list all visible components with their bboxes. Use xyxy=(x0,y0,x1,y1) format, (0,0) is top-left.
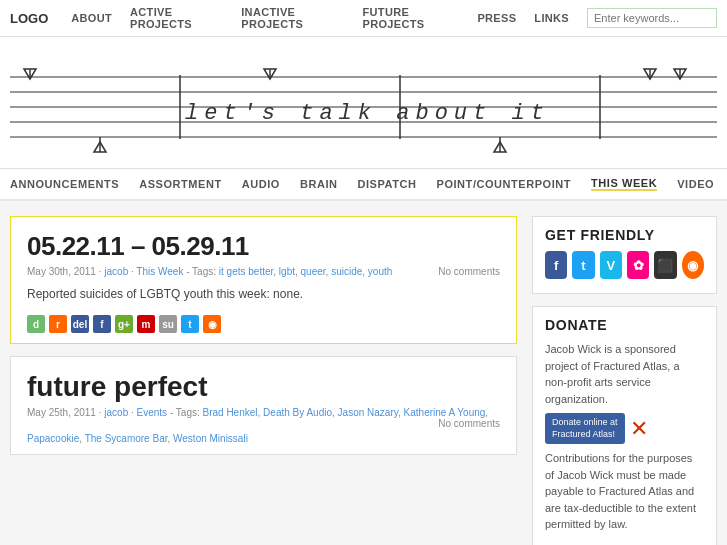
main-content: 05.22.11 – 05.29.11 May 30th, 2011 · jac… xyxy=(0,201,727,545)
post2-tag-4[interactable]: Katherine A Young xyxy=(404,407,486,418)
nav-future-projects[interactable]: FUTURE PROJECTS xyxy=(363,6,460,30)
post1-tag-3[interactable]: queer xyxy=(301,266,326,277)
post-card-1: 05.22.11 – 05.29.11 May 30th, 2011 · jac… xyxy=(10,216,517,344)
post2-meta: May 25th, 2011 · jacob · Events - Tags: … xyxy=(27,407,500,429)
site-logo: LOGO xyxy=(10,11,48,26)
category-nav: ANNOUNCEMENTS ASSORTMENT AUDIO BRAIN DIS… xyxy=(0,169,727,201)
social-icons: f t V ✿ ⬛ ◉ xyxy=(545,251,704,279)
post2-tag-6[interactable]: The Sycamore Bar xyxy=(85,433,168,444)
fractured-atlas-badge[interactable]: Donate online at Fractured Atlas! xyxy=(545,413,625,444)
get-friendly-widget: GET FRIENDLY f t V ✿ ⬛ ◉ xyxy=(532,216,717,294)
post2-tag-3[interactable]: Jason Nazary xyxy=(338,407,398,418)
cat-announcements[interactable]: ANNOUNCEMENTS xyxy=(10,178,119,190)
badge-x-icon: ✕ xyxy=(630,416,648,442)
svg-text:let's   talk   about   it: let's talk about it xyxy=(185,101,550,126)
share-stumble[interactable]: su xyxy=(159,315,177,333)
badge-line2: Fractured Atlas! xyxy=(552,429,618,441)
banner: let's talk about it xyxy=(0,37,727,169)
post1-author[interactable]: jacob xyxy=(104,266,128,277)
nav-about[interactable]: ABOUT xyxy=(71,12,112,24)
flickr-icon[interactable]: ✿ xyxy=(627,251,649,279)
nav-inactive-projects[interactable]: INACTIVE PROJECTS xyxy=(241,6,344,30)
badge-line1: Donate online at xyxy=(552,417,618,429)
post1-meta: May 30th, 2011 · jacob · This Week - Tag… xyxy=(27,266,500,277)
post1-tag-4[interactable]: suicide xyxy=(331,266,362,277)
post1-tag-1[interactable]: it gets better xyxy=(219,266,273,277)
share-rss[interactable]: ◉ xyxy=(203,315,221,333)
share-delicious[interactable]: del xyxy=(71,315,89,333)
donate-text1: Jacob Wick is a sponsored project of Fra… xyxy=(545,341,704,407)
post2-tag-5[interactable]: Papacookie xyxy=(27,433,79,444)
post1-category[interactable]: This Week xyxy=(136,266,183,277)
share-myspace[interactable]: m xyxy=(137,315,155,333)
search-input[interactable] xyxy=(587,8,717,28)
donate-heading: DONATE xyxy=(545,317,704,333)
post2-tag-1[interactable]: Brad Henkel xyxy=(203,407,258,418)
post2-category[interactable]: Events xyxy=(137,407,168,418)
nav-links[interactable]: LINKS xyxy=(534,12,569,24)
vimeo-icon[interactable]: V xyxy=(600,251,622,279)
post1-date: May 30th, 2011 xyxy=(27,266,96,277)
twitter-icon[interactable]: t xyxy=(572,251,594,279)
top-nav: LOGO ABOUT ACTIVE PROJECTS INACTIVE PROJ… xyxy=(0,0,727,37)
sidebar: GET FRIENDLY f t V ✿ ⬛ ◉ DONATE Jacob Wi… xyxy=(532,216,717,545)
cat-assortment[interactable]: ASSORTMENT xyxy=(139,178,222,190)
rss-icon[interactable]: ◉ xyxy=(682,251,704,279)
share-facebook[interactable]: f xyxy=(93,315,111,333)
share-twitter[interactable]: t xyxy=(181,315,199,333)
nav-press[interactable]: PRESS xyxy=(477,12,516,24)
post1-tag-2[interactable]: lgbt xyxy=(279,266,295,277)
donate-widget: DONATE Jacob Wick is a sponsored project… xyxy=(532,306,717,545)
get-friendly-heading: GET FRIENDLY xyxy=(545,227,704,243)
cat-this-week[interactable]: THIS WEEK xyxy=(591,177,657,191)
cat-brain[interactable]: BRAIN xyxy=(300,178,338,190)
post2-author[interactable]: jacob xyxy=(104,407,128,418)
post2-tags-row2: Papacookie, The Sycamore Bar, Weston Min… xyxy=(27,433,500,444)
donate-badge-area: Donate online at Fractured Atlas! ✕ xyxy=(545,413,704,444)
share-digg[interactable]: d xyxy=(27,315,45,333)
post2-title: future perfect xyxy=(27,371,500,403)
post1-title: 05.22.11 – 05.29.11 xyxy=(27,231,500,262)
post1-share-icons: d r del f g+ m su t ◉ xyxy=(27,315,500,333)
share-reddit[interactable]: r xyxy=(49,315,67,333)
posts-column: 05.22.11 – 05.29.11 May 30th, 2011 · jac… xyxy=(10,216,517,545)
post-card-2: future perfect May 25th, 2011 · jacob · … xyxy=(10,356,517,455)
cat-dispatch[interactable]: DISPATCH xyxy=(358,178,417,190)
post2-date: May 25th, 2011 xyxy=(27,407,96,418)
nav-active-projects[interactable]: ACTIVE PROJECTS xyxy=(130,6,223,30)
post1-no-comments: No comments xyxy=(438,266,500,277)
facebook-icon[interactable]: f xyxy=(545,251,567,279)
donate-text2: Contributions for the purposes of Jacob … xyxy=(545,450,704,533)
post2-tag-2[interactable]: Death By Audio xyxy=(263,407,332,418)
post1-tag-5[interactable]: youth xyxy=(368,266,392,277)
share-google[interactable]: g+ xyxy=(115,315,133,333)
cat-audio[interactable]: AUDIO xyxy=(242,178,280,190)
cat-video[interactable]: VIDEO xyxy=(677,178,714,190)
post2-tag-7[interactable]: Weston Minissali xyxy=(173,433,248,444)
delicious-icon[interactable]: ⬛ xyxy=(654,251,676,279)
post2-no-comments: No comments xyxy=(438,418,500,429)
post1-body: Reported suicides of LGBTQ youth this we… xyxy=(27,285,500,303)
cat-point-counterpoint[interactable]: POINT/COUNTERPOINT xyxy=(437,178,572,190)
